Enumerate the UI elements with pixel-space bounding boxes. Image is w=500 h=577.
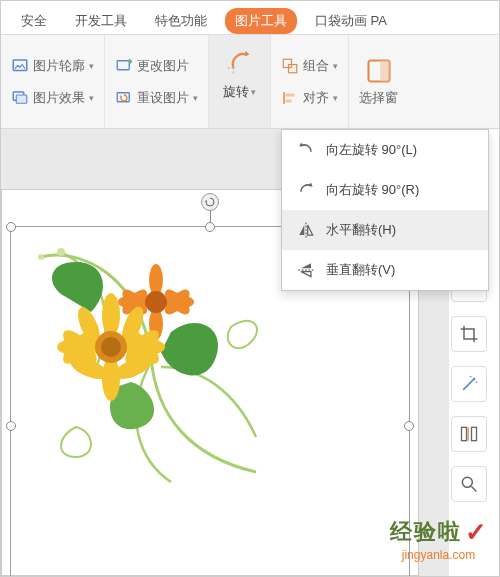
dropdown-caret-icon: ▾	[89, 61, 94, 71]
picture-effects-label: 图片效果	[33, 89, 85, 107]
menu-rotate-right-label: 向右旋转 90°(R)	[326, 181, 419, 199]
crop-icon	[459, 324, 479, 344]
crop-button[interactable]	[451, 316, 487, 352]
svg-rect-13	[380, 60, 389, 81]
picture-effects-button[interactable]: 图片效果 ▾	[11, 89, 94, 107]
align-label: 对齐	[303, 89, 329, 107]
rotate-right-icon	[296, 180, 316, 200]
align-button[interactable]: 对齐 ▾	[281, 89, 338, 107]
svg-point-15	[38, 254, 44, 260]
ribbon: 图片轮廓 ▾ 图片效果 ▾ 更改图片 重设图片 ▾ 旋转 ▾	[1, 35, 499, 129]
svg-line-52	[472, 487, 477, 492]
svg-rect-49	[472, 427, 477, 440]
flip-horizontal-icon	[296, 220, 316, 240]
ribbon-group-picture-style: 图片轮廓 ▾ 图片效果 ▾	[1, 35, 105, 128]
menu-rotate-left[interactable]: 向左旋转 90°(L)	[282, 130, 488, 170]
resize-handle-e[interactable]	[404, 421, 414, 431]
watermark: 经验啦 ✓ jingyanla.com	[390, 517, 487, 562]
ribbon-group-select: 选择窗	[349, 35, 408, 128]
svg-point-47	[476, 382, 478, 384]
picture-outline-button[interactable]: 图片轮廓 ▾	[11, 57, 94, 75]
magic-wand-icon	[459, 374, 479, 394]
more-button[interactable]	[451, 466, 487, 502]
reset-picture-label: 重设图片	[137, 89, 189, 107]
rotate-icon	[225, 47, 255, 77]
rotation-handle-icon	[204, 196, 216, 208]
change-picture-icon	[115, 57, 133, 75]
svg-point-14	[57, 248, 65, 256]
picture-outline-icon	[11, 57, 29, 75]
arrange-button[interactable]	[451, 416, 487, 452]
picture-outline-label: 图片轮廓	[33, 57, 85, 75]
menu-flip-horizontal[interactable]: 水平翻转(H)	[282, 210, 488, 250]
menu-rotate-right[interactable]: 向右旋转 90°(R)	[282, 170, 488, 210]
dropdown-caret-icon: ▾	[193, 93, 198, 103]
svg-point-24	[145, 291, 167, 313]
search-icon	[459, 474, 479, 494]
tab-features[interactable]: 特色功能	[145, 8, 217, 34]
picture-effects-icon	[11, 89, 29, 107]
svg-point-29	[102, 357, 120, 401]
group-icon	[281, 57, 299, 75]
ribbon-group-picture-edit: 更改图片 重设图片 ▾	[105, 35, 209, 128]
select-pane-button[interactable]: 选择窗	[359, 43, 398, 120]
svg-rect-11	[286, 99, 292, 102]
reset-picture-button[interactable]: 重设图片 ▾	[115, 89, 198, 107]
menu-flip-horizontal-label: 水平翻转(H)	[326, 221, 396, 239]
flower-image	[21, 237, 281, 497]
menu-flip-vertical-label: 垂直翻转(V)	[326, 261, 395, 279]
group-button[interactable]: 组合 ▾	[281, 57, 338, 75]
menu-flip-vertical[interactable]: 垂直翻转(V)	[282, 250, 488, 290]
dropdown-caret-icon: ▾	[333, 61, 338, 71]
dropdown-caret-icon: ▾	[333, 93, 338, 103]
svg-point-42	[101, 337, 121, 357]
svg-point-45	[473, 378, 476, 381]
svg-point-46	[470, 376, 472, 378]
rotate-dropdown-menu: 向左旋转 90°(L) 向右旋转 90°(R) 水平翻转(H) 垂直翻转(V)	[281, 129, 489, 291]
flip-vertical-icon	[296, 260, 316, 280]
dropdown-caret-icon: ▾	[89, 93, 94, 103]
watermark-url: jingyanla.com	[390, 548, 487, 562]
resize-handle-n[interactable]	[205, 222, 215, 232]
change-picture-button[interactable]: 更改图片	[115, 57, 198, 75]
ribbon-group-arrange: 组合 ▾ 对齐 ▾	[271, 35, 349, 128]
resize-handle-w[interactable]	[6, 421, 16, 431]
svg-rect-10	[286, 93, 295, 96]
right-sidebar	[451, 266, 491, 502]
tab-picture-tools[interactable]: 图片工具	[225, 8, 297, 34]
rotate-label: 旋转	[223, 83, 249, 101]
svg-rect-7	[283, 59, 291, 67]
dropdown-caret-icon: ▾	[251, 87, 256, 97]
select-pane-label: 选择窗	[359, 89, 398, 107]
menu-rotate-left-label: 向左旋转 90°(L)	[326, 141, 417, 159]
adjust-button[interactable]	[451, 366, 487, 402]
svg-rect-2	[16, 95, 27, 103]
reset-picture-icon	[115, 89, 133, 107]
svg-rect-3	[117, 60, 129, 69]
rotate-button[interactable]: 旋转 ▾	[209, 35, 271, 128]
svg-point-25	[102, 293, 120, 337]
change-picture-label: 更改图片	[137, 57, 189, 75]
resize-handle-nw[interactable]	[6, 222, 16, 232]
rotate-left-icon	[296, 140, 316, 160]
watermark-title: 经验啦	[390, 519, 462, 544]
tab-devtools[interactable]: 开发工具	[65, 8, 137, 34]
distribute-icon	[459, 424, 479, 444]
svg-rect-8	[289, 64, 297, 72]
svg-rect-48	[462, 427, 467, 440]
rotation-handle[interactable]	[201, 193, 219, 211]
tab-bar: 安全 开发工具 特色功能 图片工具 口袋动画 PA	[1, 1, 499, 35]
group-label: 组合	[303, 57, 329, 75]
tab-security[interactable]: 安全	[11, 8, 57, 34]
select-pane-icon	[365, 57, 393, 85]
tab-pocket-anim[interactable]: 口袋动画 PA	[305, 8, 397, 34]
align-icon	[281, 89, 299, 107]
checkmark-icon: ✓	[465, 517, 487, 547]
svg-point-51	[462, 477, 472, 487]
